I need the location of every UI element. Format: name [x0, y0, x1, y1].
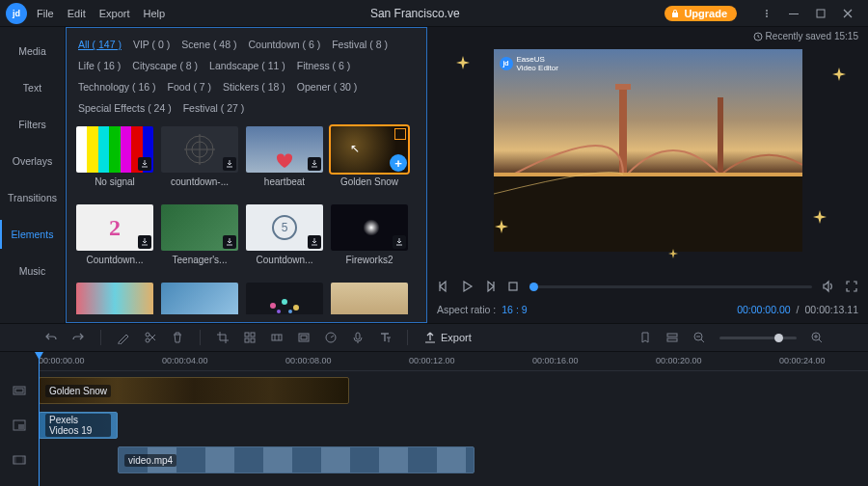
minimize-icon[interactable] — [787, 8, 800, 19]
category-life[interactable]: Life ( 16 ) — [78, 57, 121, 74]
lock-icon — [670, 9, 680, 18]
aspect-value[interactable]: 16 : 9 — [502, 304, 527, 315]
timeline[interactable]: 00:00:00.0000:00:04.0000:00:08.0000:00:1… — [0, 352, 868, 486]
element-item[interactable]: heartbeat — [246, 126, 323, 187]
volume-icon[interactable] — [822, 280, 835, 293]
svg-rect-22 — [509, 283, 517, 290]
track-button[interactable] — [665, 331, 679, 344]
fullscreen-icon[interactable] — [845, 280, 858, 293]
download-icon[interactable] — [223, 157, 236, 171]
zoom-in-button[interactable] — [810, 331, 824, 344]
zoom-slider[interactable] — [719, 337, 797, 339]
category-fitness[interactable]: Fitness ( 6 ) — [297, 57, 350, 74]
sidebar-item-overlays[interactable]: Overlays — [0, 143, 65, 179]
element-item[interactable] — [246, 283, 323, 314]
element-item[interactable] — [76, 283, 153, 314]
download-icon[interactable] — [223, 235, 236, 249]
category-vip[interactable]: VIP ( 0 ) — [133, 36, 170, 53]
category-special-effects[interactable]: Special Effects ( 24 ) — [78, 99, 172, 117]
undo-button[interactable] — [44, 331, 58, 344]
element-item[interactable] — [331, 283, 408, 314]
edit-tool[interactable] — [117, 331, 130, 344]
delete-button[interactable] — [171, 331, 184, 344]
menu-export[interactable]: Export — [99, 8, 130, 19]
category-cityscape[interactable]: Cityscape ( 8 ) — [132, 57, 198, 74]
voiceover-button[interactable] — [351, 331, 365, 344]
sidebar-item-media[interactable]: Media — [0, 33, 65, 69]
zoom-button[interactable] — [297, 331, 311, 344]
menu-file[interactable]: File — [37, 8, 54, 19]
crop-button[interactable] — [216, 331, 230, 344]
maximize-icon[interactable] — [814, 8, 827, 19]
time-total: 00:00:13.11 — [805, 304, 858, 315]
clip-video[interactable]: video.mp4 — [118, 446, 475, 473]
download-icon[interactable] — [138, 157, 151, 171]
category-festival[interactable]: Festival ( 27 ) — [183, 99, 245, 117]
category-stickers[interactable]: Stickers ( 18 ) — [223, 78, 285, 95]
cursor-icon: ↖ — [350, 142, 360, 155]
element-item[interactable]: 5 Countdown... — [246, 204, 323, 265]
element-item[interactable]: Teenager's... — [161, 204, 238, 265]
speed-button[interactable] — [324, 331, 338, 344]
ruler-tick: 00:00:04.00 — [162, 356, 208, 365]
marker-button[interactable] — [638, 331, 652, 344]
sidebar-item-text[interactable]: Text — [0, 69, 65, 106]
category-opener[interactable]: Opener ( 30 ) — [297, 78, 357, 95]
track-pip[interactable]: Pexels Videos 19 — [0, 410, 868, 441]
prev-button[interactable] — [437, 280, 450, 293]
category-festival[interactable]: Festival ( 8 ) — [332, 36, 388, 53]
preview-frame-art — [494, 49, 802, 252]
category-countdown[interactable]: Countdown ( 6 ) — [248, 36, 320, 53]
svg-text:5: 5 — [282, 221, 288, 234]
category-food[interactable]: Food ( 7 ) — [168, 78, 212, 95]
sidebar-item-elements[interactable]: Elements — [0, 216, 65, 253]
sidebar-item-filters[interactable]: Filters — [0, 106, 65, 143]
mosaic-button[interactable] — [243, 331, 257, 344]
next-button[interactable] — [483, 280, 497, 293]
track-overlay[interactable]: Golden Snow — [0, 375, 868, 406]
element-item[interactable]: countdown-... — [161, 126, 238, 187]
sparkle-icon — [456, 56, 470, 69]
zoom-out-button[interactable] — [692, 331, 706, 344]
timeline-ruler[interactable]: 00:00:00.0000:00:04.0000:00:08.0000:00:1… — [39, 352, 868, 371]
svg-point-13 — [293, 305, 299, 310]
element-item[interactable]: 2 Countdown... — [76, 204, 153, 265]
clip-pexels[interactable]: Pexels Videos 19 — [39, 412, 118, 439]
text-button[interactable] — [378, 331, 392, 344]
download-icon[interactable] — [393, 235, 406, 249]
preview-progress[interactable] — [529, 285, 812, 288]
preview-viewport[interactable]: jd EaseUSVideo Editor — [494, 49, 802, 252]
element-item[interactable]: No signal — [76, 126, 153, 187]
stop-button[interactable] — [506, 280, 520, 293]
svg-rect-37 — [15, 389, 23, 392]
sidebar-item-transitions[interactable]: Transitions — [0, 179, 65, 216]
upgrade-button[interactable]: Upgrade — [665, 6, 737, 21]
download-icon[interactable] — [138, 235, 151, 249]
download-icon[interactable] — [308, 235, 321, 249]
add-icon[interactable]: + — [390, 154, 407, 172]
category-scene[interactable]: Scene ( 48 ) — [181, 36, 236, 53]
redo-button[interactable] — [71, 331, 85, 344]
sidebar-item-music[interactable]: Music — [0, 253, 65, 289]
clip-golden-snow[interactable]: Golden Snow — [39, 377, 349, 404]
freeze-button[interactable] — [270, 331, 284, 344]
overlay-track-icon — [0, 383, 39, 398]
download-icon[interactable] — [308, 157, 321, 171]
track-video[interactable]: video.mp4 — [0, 445, 868, 475]
element-item-selected[interactable]: ↖ + Golden Snow — [331, 126, 408, 187]
element-item[interactable] — [161, 283, 238, 314]
category-all[interactable]: All ( 147 ) — [78, 36, 122, 53]
export-button[interactable]: Export — [423, 331, 472, 344]
menu-edit[interactable]: Edit — [68, 8, 86, 19]
close-icon[interactable] — [841, 8, 854, 19]
svg-rect-19 — [615, 84, 631, 90]
play-button[interactable] — [460, 280, 474, 293]
settings-icon[interactable] — [760, 8, 773, 19]
element-item[interactable]: Fireworks2 — [331, 204, 408, 265]
split-button[interactable] — [144, 331, 157, 344]
menu-help[interactable]: Help — [144, 8, 166, 19]
time-separator: / — [797, 304, 800, 315]
category-technology[interactable]: Technology ( 16 ) — [78, 78, 156, 95]
category-landscape[interactable]: Landscape ( 11 ) — [209, 57, 285, 74]
playhead[interactable] — [39, 352, 40, 486]
